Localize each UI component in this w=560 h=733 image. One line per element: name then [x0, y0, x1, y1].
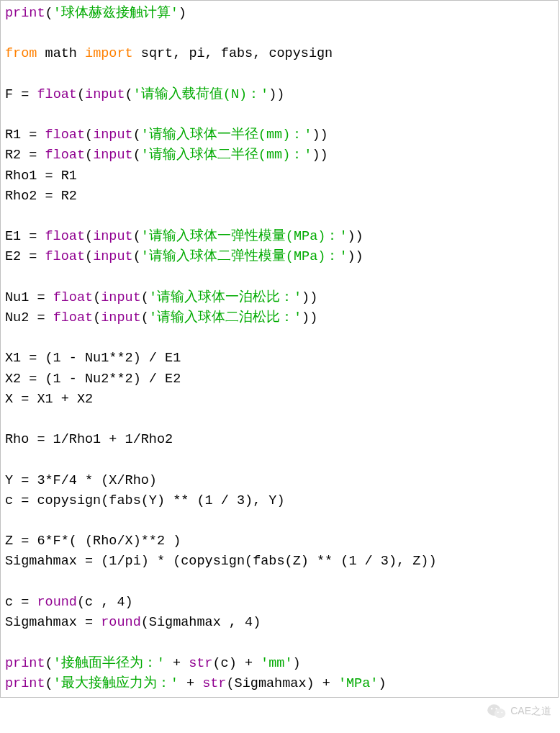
paren: )) — [312, 127, 328, 143]
text: (c , 4) — [77, 595, 133, 610]
fn: float — [53, 290, 94, 305]
string: '最大接触应力为：' — [53, 676, 179, 691]
text: Sigmahmax = — [5, 615, 101, 630]
watermark: CAE之道 — [487, 703, 551, 719]
paren: ( — [133, 127, 141, 143]
paren: ) — [378, 676, 386, 691]
string: '请输入球体一泊松比：' — [149, 290, 302, 305]
paren: ( — [85, 148, 93, 163]
code-line: Rho2 = R2 — [5, 189, 77, 204]
code-line: X = X1 + X2 — [5, 392, 93, 407]
paren: ( — [93, 310, 101, 325]
string: '球体赫兹接触计算' — [53, 6, 179, 21]
paren: ) — [179, 6, 186, 21]
fn: print — [5, 656, 45, 671]
code-line: Rho = 1/Rho1 + 1/Rho2 — [5, 432, 173, 447]
text: R2 = — [5, 148, 45, 163]
kw: import — [85, 46, 133, 61]
paren: )) — [347, 249, 363, 264]
string: '请输入球体二弹性模量(MPa)：' — [141, 249, 348, 264]
string: 'MPa' — [338, 676, 379, 691]
fn: float — [45, 229, 86, 244]
paren: ( — [45, 6, 53, 21]
kw: from — [5, 46, 37, 61]
svg-point-4 — [497, 711, 499, 713]
paren: ( — [141, 290, 149, 305]
text: (Sigmahmax) + — [226, 676, 338, 691]
string: '请输入球体二半径(mm)：' — [141, 148, 312, 163]
fn: input — [101, 290, 141, 305]
fn: str — [202, 676, 226, 691]
string: 'mm' — [261, 656, 292, 671]
text: E1 = — [5, 229, 45, 244]
fn: float — [45, 127, 86, 143]
code-line: Sigmahmax = (1/pi) * (copysign(fabs(Z) *… — [5, 554, 437, 569]
string: '接触面半径为：' — [53, 656, 165, 671]
fn: input — [93, 127, 133, 143]
paren: ( — [133, 249, 141, 264]
paren: )) — [312, 148, 328, 163]
text: (c) + — [212, 656, 261, 671]
paren: ( — [141, 310, 149, 325]
text: F = — [5, 87, 37, 102]
paren: ) — [293, 656, 301, 671]
text: sqrt, pi, fabs, copysign — [133, 46, 333, 61]
fn: str — [189, 656, 212, 671]
paren: ( — [45, 656, 53, 671]
paren: ( — [133, 148, 141, 163]
fn: input — [93, 249, 133, 264]
text: + — [179, 676, 202, 691]
paren: ( — [85, 229, 93, 244]
text: Nu2 = — [5, 310, 53, 325]
fn: input — [85, 87, 125, 102]
watermark-text: CAE之道 — [510, 705, 551, 718]
paren: ( — [133, 229, 141, 244]
code-line: X2 = (1 - Nu2**2) / E2 — [5, 372, 181, 387]
text: math — [37, 46, 85, 61]
text: R1 = — [5, 127, 45, 143]
code-line: X1 = (1 - Nu1**2) / E1 — [5, 351, 181, 366]
paren: ( — [85, 249, 93, 264]
code-line: Z = 6*F*( (Rho/X)**2 ) — [5, 534, 181, 549]
text: E2 = — [5, 249, 45, 264]
svg-point-1 — [494, 709, 506, 718]
fn: float — [53, 310, 94, 325]
text: + — [165, 656, 189, 671]
paren: ( — [45, 676, 53, 691]
code-line: Y = 3*F/4 * (X/Rho) — [5, 473, 157, 488]
fn: input — [93, 148, 133, 163]
paren: )) — [268, 87, 284, 102]
fn: input — [101, 310, 141, 325]
string: '请输入载荷值(N)：' — [133, 87, 269, 102]
text: Nu1 = — [5, 290, 53, 305]
string: '请输入球体一弹性模量(MPa)：' — [141, 229, 348, 244]
text: c = — [5, 595, 37, 610]
string: '请输入球体二泊松比：' — [149, 310, 302, 325]
svg-point-2 — [491, 708, 492, 709]
fn: round — [101, 615, 141, 630]
paren: ( — [77, 87, 85, 102]
paren: ( — [93, 290, 101, 305]
paren: ( — [125, 87, 133, 102]
svg-point-5 — [502, 711, 503, 713]
fn: float — [45, 249, 86, 264]
paren: )) — [347, 229, 363, 244]
paren: ( — [85, 127, 93, 143]
fn: float — [45, 148, 86, 163]
code-line: Rho1 = R1 — [5, 168, 77, 184]
fn: print — [5, 676, 45, 691]
string: '请输入球体一半径(mm)：' — [141, 127, 312, 143]
svg-point-3 — [496, 708, 497, 709]
paren: )) — [302, 290, 317, 305]
fn: input — [93, 229, 133, 244]
text: (Sigmahmax , 4) — [141, 615, 261, 630]
fn: print — [5, 6, 45, 21]
paren: )) — [302, 310, 317, 325]
wechat-icon — [487, 703, 506, 719]
code-block: print('球体赫兹接触计算') from math import sqrt,… — [0, 0, 559, 698]
code-line: c = copysign(fabs(Y) ** (1 / 3), Y) — [5, 493, 285, 508]
fn: round — [37, 595, 77, 610]
fn: float — [37, 87, 77, 102]
